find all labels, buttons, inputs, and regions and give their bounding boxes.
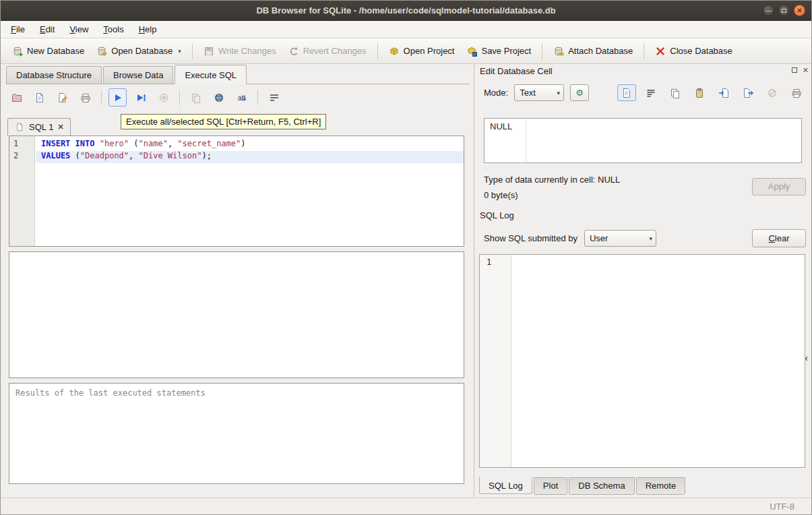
results-placeholder: Results of the last executed statements [15,388,206,398]
word-wrap-cell-button[interactable] [642,84,660,101]
menu-item-file[interactable]: File [3,21,32,38]
cell-editor-toolbar [617,84,806,101]
dock-tab-sql-log[interactable]: SQL Log [479,477,532,494]
import-cell-button[interactable] [714,84,733,101]
cell-settings-button[interactable]: ⚙ [570,84,589,101]
cell-size-info: 0 byte(s) [484,190,518,200]
sql-file-tab-icon [14,123,25,131]
editor-code-area[interactable]: INSERT INTO "hero" ("name", "secret_name… [36,136,464,246]
open-project-button[interactable]: Open Project [383,42,461,60]
set-null-icon [767,88,778,98]
cell-editor-divider [526,119,526,162]
minimize-icon: — [766,7,772,14]
sql-toolbar: ab [7,88,283,107]
tab-database-structure[interactable]: Database Structure [6,66,102,84]
sql-workspace: Database Structure Browse Data Execute S… [1,64,474,497]
save-project-button[interactable]: Save Project [460,42,537,60]
print-sql-icon [80,92,91,103]
cell-value-editor[interactable]: NULL [484,118,802,163]
dock-tab-remote[interactable]: Remote [636,477,686,495]
sql-file-tab-close-icon[interactable]: ✕ [57,123,63,131]
menu-item-edit[interactable]: Edit [32,21,62,38]
dock-tabbar: SQL Log Plot DB Schema Remote [479,477,687,495]
copy-cell-button[interactable] [666,84,685,101]
word-wrap-button[interactable] [265,88,283,107]
sql-log-dock-header: SQL Log ✕ [474,208,812,223]
sql-log-filter-row: Show SQL submitted by User ▾ [484,230,656,247]
app-window: DB Browser for SQLite - /home/user/code/… [0,0,812,515]
menu-item-view[interactable]: View [62,21,96,38]
write-changes-icon [204,46,214,57]
format-sql-icon: ab [237,92,247,103]
set-null-button [763,84,782,101]
revert-changes-icon [288,46,299,57]
maximize-icon [782,9,786,13]
edit-cell-title: Edit Database Cell [480,66,553,76]
text-view-button[interactable] [617,84,636,101]
cell-type-info: Type of data currently in cell: NULL [484,175,620,185]
open-database-dropdown-icon[interactable]: ▾ [178,48,181,55]
submitted-by-select[interactable]: User ▾ [584,230,656,247]
sql-log-gutter: 1 [480,255,511,467]
close-dock-icon[interactable]: ✕ [803,67,809,73]
execute-all-icon [113,92,123,103]
menu-item-tools[interactable]: Tools [96,21,131,38]
save-sql-file-button[interactable] [30,88,49,107]
write-changes-button: Write Changes [197,42,282,60]
editor-line[interactable]: INSERT INTO "hero" ("name", "secret_name… [36,139,464,151]
minimize-button[interactable]: — [763,5,774,16]
open-database-button[interactable]: Open Database ▾ [90,42,187,60]
cell-mode-row: Mode: Text ▾ ⚙ [484,84,589,101]
maximize-button[interactable] [778,5,790,16]
execute-current-line-button[interactable] [131,88,150,107]
mode-label: Mode: [484,88,508,98]
window-titlebar[interactable]: DB Browser for SQLite - /home/user/code/… [1,1,811,21]
sql-file-tab-label: SQL 1 [29,122,53,132]
word-wrap-cell-icon [646,88,656,98]
execute-all-button[interactable] [108,88,127,107]
close-button[interactable]: ✕ [794,5,805,16]
sql-log-title: SQL Log [480,210,514,220]
dock-tab-plot[interactable]: Plot [534,477,567,495]
sql-log-view[interactable]: 1 [479,254,805,468]
editor-line-number: 1 [9,139,34,151]
open-project-icon [389,46,400,57]
save-results-icon [191,92,201,103]
save-sql-as-button[interactable] [53,88,71,107]
menu-item-help[interactable]: Help [131,21,164,38]
export-cell-button[interactable] [739,84,757,101]
editor-line[interactable]: VALUES ("Deadpond", "Dive Wilson"); [36,151,464,163]
sql-toolbar-separator [179,90,180,105]
print-cell-button[interactable] [787,84,806,101]
float-dock-icon[interactable] [792,67,797,73]
open-sql-file-button[interactable] [7,88,26,107]
paste-cell-button[interactable] [690,84,709,101]
sql-editor[interactable]: 12 INSERT INTO "hero" ("name", "secret_n… [9,135,464,247]
print-cell-icon [791,88,802,98]
close-database-button[interactable]: Close Database [649,42,739,60]
toolbar-separator [644,43,644,59]
print-sql-button[interactable] [76,88,94,107]
execute-tooltip: Execute all/selected SQL [Ctrl+Return, F… [121,114,326,129]
format-sql-button[interactable]: ab [232,88,251,107]
dock-tab-db-schema[interactable]: DB Schema [569,477,634,495]
word-wrap-icon [269,92,280,103]
export-cell-icon [743,88,753,98]
sql-file-tab[interactable]: SQL 1 ✕ [7,118,71,135]
open-in-browser-button[interactable] [210,88,228,107]
execution-log-panel[interactable]: Results of the last executed statements [9,383,464,484]
window-title: DB Browser for SQLite - /home/user/code/… [256,5,555,16]
attach-database-button[interactable]: Attach Database [547,42,639,60]
toolbar-separator [192,43,193,59]
window-controls: — ✕ [763,5,805,16]
mode-select[interactable]: Text ▾ [514,84,564,101]
tab-browse-data[interactable]: Browse Data [103,66,173,84]
apply-button: Apply [752,178,806,195]
results-grid-panel[interactable] [9,251,464,378]
menu-bar: File Edit View Tools Help [1,21,811,38]
save-sql-file-icon [34,92,45,103]
clear-log-button[interactable]: Clear [752,229,806,247]
revert-changes-button: Revert Changes [282,42,373,60]
new-database-button[interactable]: New Database [6,42,90,60]
tab-execute-sql[interactable]: Execute SQL [175,65,247,84]
